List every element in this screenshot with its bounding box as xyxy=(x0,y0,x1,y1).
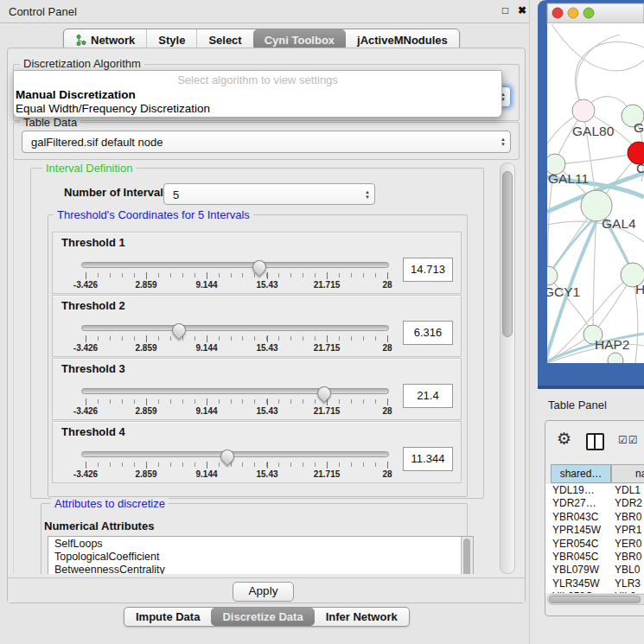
node-label-gal4: GAL4 xyxy=(602,216,636,231)
select-all-checkbox-icons[interactable]: ☑☑ xyxy=(618,434,639,446)
threshold-slider-thumb[interactable] xyxy=(218,447,237,466)
thresholds-group-title: Threshold's Coordinates for 5 Intervals xyxy=(54,208,253,221)
cell-name[interactable]: YBL0 xyxy=(615,564,644,577)
network-icon xyxy=(75,35,86,46)
threshold-slider-thumb[interactable] xyxy=(250,258,269,277)
column-header-name[interactable]: na xyxy=(611,464,644,483)
cell-shared-name[interactable]: YBR045C xyxy=(552,551,609,564)
table-row[interactable]: YPR145W YPR1 xyxy=(545,524,644,537)
tab-discretize-data[interactable]: Discretize Data xyxy=(211,608,314,626)
threshold-slider-track[interactable] xyxy=(81,262,389,268)
tick-label: 28 xyxy=(382,280,392,290)
cell-name[interactable]: YDL1 xyxy=(615,484,644,497)
table-rows: YDL19… YDL1 YDR27… YDR2 YBR043C YBR0 xyxy=(545,484,644,593)
threshold-value-field[interactable]: 11.344 xyxy=(403,447,453,471)
cell-shared-name[interactable]: YPR145W xyxy=(552,524,609,537)
threshold-slider-thumb[interactable] xyxy=(315,384,334,403)
numerical-attributes-list[interactable]: SelfLoops TopologicalCoefficient Between… xyxy=(48,536,474,574)
table-row[interactable]: YBL079W YBL0 xyxy=(545,564,644,577)
num-intervals-combobox[interactable]: 5 ▲▼ xyxy=(163,183,375,205)
tick-label: 9.144 xyxy=(195,280,217,290)
table-row[interactable]: YDL19… YDL1 xyxy=(545,484,644,497)
apply-button[interactable]: Apply xyxy=(233,582,294,602)
cell-name[interactable]: YBR0 xyxy=(615,511,644,524)
table-panel-box: ⚙ ☑☑ shared… na YDL19… YDL1 YDR27… YDR2 xyxy=(545,420,644,616)
cell-shared-name[interactable]: YBL079W xyxy=(552,564,609,577)
attribute-list-item[interactable]: SelfLoops xyxy=(48,537,473,550)
cell-shared-name[interactable]: YBR043C xyxy=(552,511,609,524)
threshold-value-field[interactable]: 14.713 xyxy=(403,258,453,282)
control-panel-titlebar: Control Panel □ ✖ xyxy=(0,0,529,23)
threshold-value-field[interactable]: 21.4 xyxy=(403,384,453,408)
columns-icon[interactable] xyxy=(586,433,604,450)
float-window-icon[interactable]: □ xyxy=(502,4,508,16)
scrollbar-thumb[interactable] xyxy=(549,596,641,603)
node-label-hap2: HAP2 xyxy=(595,337,630,352)
column-header-shared-name[interactable]: shared… xyxy=(551,464,611,483)
network-canvas[interactable]: GAL80 GA GAL11 C GAL4 GCY1 H HAP2 xyxy=(538,0,644,393)
table-row[interactable]: YDR27… YDR2 xyxy=(545,497,644,510)
table-row[interactable]: YER054C YER0 xyxy=(545,538,644,551)
scrollbar-thumb[interactable] xyxy=(502,171,513,337)
threshold-slider-thumb[interactable] xyxy=(169,321,188,340)
close-icon[interactable]: ✖ xyxy=(518,4,526,16)
cell-shared-name[interactable]: YDR27… xyxy=(552,497,609,510)
control-panel-title: Control Panel xyxy=(9,5,77,18)
attributes-group-title: Attributes to discretize xyxy=(51,497,169,510)
tick-label: 21.715 xyxy=(314,280,341,290)
cell-name[interactable]: YBR0 xyxy=(615,551,644,564)
node-gal80[interactable] xyxy=(572,99,595,122)
mac-minimize-icon[interactable] xyxy=(568,8,578,18)
slider-minor-ticks xyxy=(86,399,388,404)
tick-label: 15.43 xyxy=(256,469,277,479)
scrollbar-thumb[interactable] xyxy=(463,539,470,574)
threshold-slider-track[interactable] xyxy=(81,388,389,394)
node-label-gal11: GAL11 xyxy=(548,171,589,186)
threshold-label: Threshold 1 xyxy=(61,236,125,249)
algorithm-option-equal-width[interactable]: Equal Width/Frequency Discretization xyxy=(16,102,210,115)
attribute-list-item[interactable]: BetweennessCentrality xyxy=(48,563,473,574)
cell-name[interactable]: YIL0 xyxy=(615,590,644,593)
settings-vertical-scrollbar[interactable] xyxy=(500,163,515,574)
tick-label: -3.426 xyxy=(73,469,98,479)
cell-name[interactable]: YPR1 xyxy=(615,524,644,537)
tab-infer-network[interactable]: Infer Network xyxy=(315,608,409,626)
cell-shared-name[interactable]: YLR345W xyxy=(552,577,609,590)
cell-shared-name[interactable]: YIL052C xyxy=(552,590,609,593)
cell-name[interactable]: YDR2 xyxy=(615,497,644,510)
table-row[interactable]: YLR345W YLR3 xyxy=(545,577,644,590)
apply-row: Apply xyxy=(8,577,525,603)
threshold-value-field[interactable]: 6.316 xyxy=(403,321,453,345)
threshold-panel: Threshold 2 -3.426 2.859 9.144 15.4 xyxy=(52,295,462,357)
tick-label: 9.144 xyxy=(195,343,217,353)
tab-impute-data[interactable]: Impute Data xyxy=(124,608,211,626)
table-data-combobox[interactable]: galFiltered.sif default node ▲▼ xyxy=(22,131,511,153)
threshold-label: Threshold 2 xyxy=(61,299,125,312)
attribute-list-item[interactable]: TopologicalCoefficient xyxy=(48,550,473,563)
tick-label: 2.859 xyxy=(135,280,156,290)
table-row[interactable]: YIL052C YIL0 xyxy=(545,590,644,593)
gear-icon[interactable]: ⚙ xyxy=(557,429,571,449)
cell-shared-name[interactable]: YER054C xyxy=(552,538,609,551)
algorithm-option-manual[interactable]: Manual Discretization xyxy=(16,88,136,101)
node-label-gcy1: GCY1 xyxy=(544,284,580,299)
tick-label: 28 xyxy=(382,406,392,416)
tab-network-label: Network xyxy=(91,34,135,47)
cell-name[interactable]: YLR3 xyxy=(615,577,644,590)
mac-zoom-icon[interactable] xyxy=(583,8,594,18)
table-row[interactable]: YBR045C YBR0 xyxy=(545,551,644,564)
cell-name[interactable]: YER0 xyxy=(615,538,644,551)
table-row[interactable]: YBR043C YBR0 xyxy=(545,511,644,524)
table-horizontal-scrollbar[interactable] xyxy=(547,594,644,605)
interval-definition-title: Interval Definition xyxy=(42,162,136,175)
mac-close-icon[interactable] xyxy=(552,8,563,18)
combo-arrows-icon: ▲▼ xyxy=(365,189,370,200)
table-panel: Table Panel ⚙ ☑☑ shared… na YDL19… YDL1 … xyxy=(536,389,644,644)
threshold-slider-track[interactable] xyxy=(81,325,389,331)
cell-shared-name[interactable]: YDL19… xyxy=(552,484,609,497)
slider-minor-ticks xyxy=(86,336,388,341)
tick-label: 21.715 xyxy=(314,406,341,416)
tick-label: 9.144 xyxy=(195,469,217,479)
attributes-scrollbar[interactable] xyxy=(461,537,473,574)
network-view-window[interactable]: GAL80 GA GAL11 C GAL4 GCY1 H HAP2 xyxy=(538,0,644,393)
